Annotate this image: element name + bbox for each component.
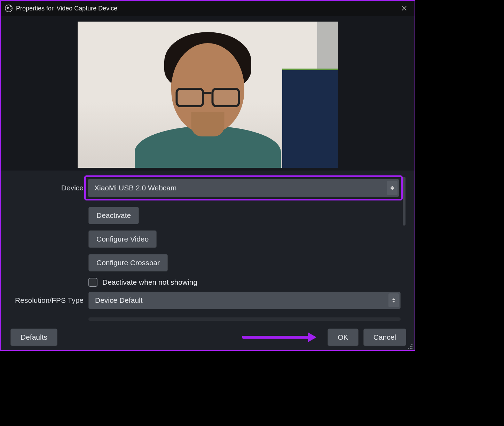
dialog-content: Device XiaoMi USB 2.0 Webcam Deactiv <box>1 16 415 350</box>
horizontal-scrollbar[interactable] <box>88 317 401 321</box>
window-title: Properties for 'Video Capture Device' <box>16 5 398 12</box>
resize-grip[interactable] <box>408 344 412 349</box>
resfps-select-value: Device Default <box>95 296 143 305</box>
form-scroll-area: Device XiaoMi USB 2.0 Webcam Deactiv <box>1 171 415 324</box>
cancel-button[interactable]: Cancel <box>363 329 406 346</box>
deactivate-when-hidden-label: Deactivate when not showing <box>102 278 197 286</box>
device-actions: Deactivate Configure Video Configure Cro… <box>8 207 401 287</box>
obs-app-icon <box>5 5 13 12</box>
configure-video-button[interactable]: Configure Video <box>88 230 157 248</box>
annotation-arrow-to-ok <box>242 336 315 339</box>
deactivate-when-hidden-row: Deactivate when not showing <box>88 278 401 287</box>
close-button[interactable] <box>398 2 410 15</box>
resfps-label: Resolution/FPS Type <box>8 296 88 305</box>
resfps-select[interactable]: Device Default <box>88 292 401 309</box>
svg-point-1 <box>7 7 9 9</box>
dialog-footer: Defaults OK Cancel <box>1 324 415 350</box>
properties-dialog: Properties for 'Video Capture Device' De… <box>1 1 415 350</box>
defaults-button[interactable]: Defaults <box>10 329 57 346</box>
video-preview <box>78 22 338 168</box>
deactivate-when-hidden-checkbox[interactable] <box>88 278 97 287</box>
titlebar: Properties for 'Video Capture Device' <box>1 1 415 16</box>
vertical-scrollbar-thumb[interactable] <box>403 177 405 226</box>
deactivate-button[interactable]: Deactivate <box>88 207 139 224</box>
device-select-value: XiaoMi USB 2.0 Webcam <box>94 184 177 192</box>
vertical-scrollbar[interactable] <box>403 177 405 286</box>
resfps-row: Resolution/FPS Type Device Default <box>8 292 401 309</box>
ok-button[interactable]: OK <box>328 329 358 346</box>
device-select[interactable]: XiaoMi USB 2.0 Webcam <box>88 179 399 197</box>
device-label: Device <box>8 184 88 192</box>
updown-icon <box>388 293 399 307</box>
annotation-device-highlight: XiaoMi USB 2.0 Webcam <box>84 175 403 200</box>
preview-area <box>1 16 415 171</box>
updown-icon <box>387 181 397 195</box>
device-row: Device XiaoMi USB 2.0 Webcam <box>8 175 401 200</box>
configure-crossbar-button[interactable]: Configure Crossbar <box>88 254 168 271</box>
